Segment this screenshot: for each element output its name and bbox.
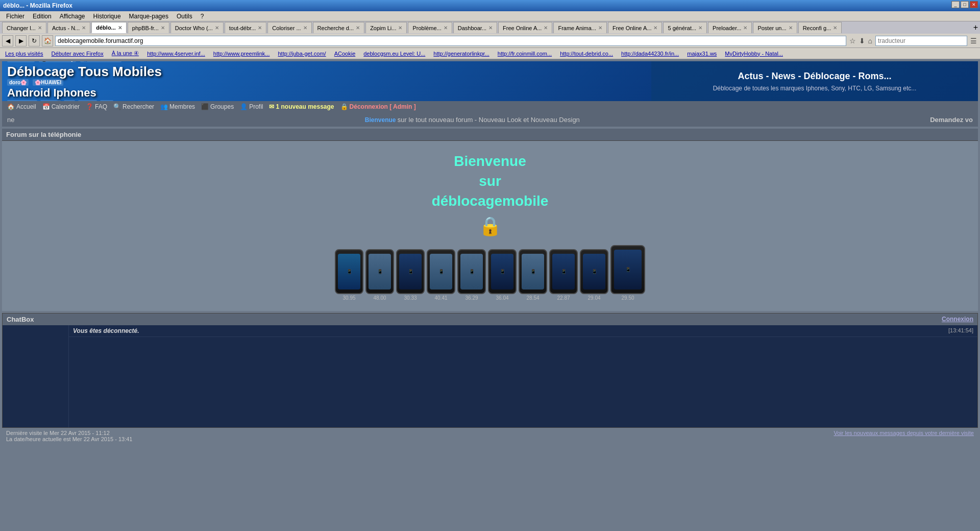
phone-num: 29.04 xyxy=(587,295,600,301)
bookmark-preemlink[interactable]: http://www.preemlink... xyxy=(210,50,273,57)
nav-messages[interactable]: ✉ 1 nouveau message xyxy=(269,103,334,110)
tab-actus[interactable]: Actus - N...✕ xyxy=(47,22,90,33)
tab-doctorwho[interactable]: Doctor Who (...✕ xyxy=(170,22,224,33)
banner-right: Actus - News - Déblocage - Roms... Déblo… xyxy=(651,61,978,101)
menu-marquepages[interactable]: Marque-pages xyxy=(125,13,173,20)
url-input[interactable] xyxy=(55,36,846,46)
welcome-line2: sur xyxy=(432,171,549,191)
tab-probleme[interactable]: Problème...✕ xyxy=(408,22,452,33)
menu-icon[interactable]: ☰ xyxy=(969,37,978,45)
nav-groupes[interactable]: ⬛ Groupes xyxy=(201,103,234,110)
banner-left: ALCATEL 📱BlackBerry 🔵 MOTOROLA Déblocage… xyxy=(2,61,651,101)
logo-blackberry: 📱BlackBerry xyxy=(39,61,76,62)
banner-right-title: Actus - News - Déblocage - Roms... xyxy=(738,71,891,82)
nav-rechercher[interactable]: 🔍 Rechercher xyxy=(113,103,154,110)
footer-right-link[interactable]: Voir les nouveaux messages depuis votre … xyxy=(834,430,974,442)
phone-image: 📱 xyxy=(580,249,608,294)
chatbox-input[interactable] xyxy=(71,339,975,425)
logo-lg: LG xyxy=(64,100,75,101)
nav-deconnexion[interactable]: 🔒 Déconnexion [ Admin ] xyxy=(340,103,416,110)
tab-reconfig[interactable]: Reconfi g...✕ xyxy=(798,22,842,33)
footer-currentdate: La date/heure actuelle est Mer 22 Avr 20… xyxy=(6,436,132,442)
bookmark-acookie[interactable]: ACookie xyxy=(331,50,359,57)
bookmark-mydirtyhobby[interactable]: MyDirtyHobby - Natal... xyxy=(722,50,786,57)
tab-posterun[interactable]: Poster un...✕ xyxy=(753,22,797,33)
download-icon[interactable]: ⬇ xyxy=(858,37,866,45)
phone-screen: 📱 xyxy=(552,254,575,289)
welcome-right: Demandez vo xyxy=(930,116,973,124)
tab-5generat[interactable]: 5 générat...✕ xyxy=(663,22,707,33)
phone-image: 📱 xyxy=(549,249,578,294)
phone-image: 📱 xyxy=(488,249,517,294)
chatbox-title: ChatBox xyxy=(7,316,34,323)
bookmark-star-icon[interactable]: ☆ xyxy=(848,37,857,45)
logo-motorola: 🔵 MOTOROLA xyxy=(80,61,121,62)
home-button[interactable]: 🏠 xyxy=(42,35,53,46)
phone-num: 30.95 xyxy=(342,295,355,301)
forward-button[interactable]: ▶ xyxy=(15,35,27,46)
chatbox-sidebar xyxy=(3,325,69,427)
chatbox-message-row: Vous êtes déconnecté. [13:41:54] xyxy=(69,325,977,337)
site-header: ALCATEL 📱BlackBerry 🔵 MOTOROLA Déblocage… xyxy=(2,61,978,101)
bookmark-dada[interactable]: http://dada44230.fr/in... xyxy=(618,50,682,57)
address-bar: ◀ ▶ ↻ 🏠 ☆ ⬇ ⌂ ☰ xyxy=(0,34,980,48)
bookmark-toutdebrid[interactable]: http://tout-debrid.co... xyxy=(557,50,616,57)
phone-num: 40.41 xyxy=(434,295,447,301)
tab-recherche[interactable]: Recherche d...✕ xyxy=(313,22,365,33)
tab-changer[interactable]: Changer l...✕ xyxy=(2,22,46,33)
bookmark-4server[interactable]: http://www.4server.inf... xyxy=(144,50,208,57)
menu-historique[interactable]: Historique xyxy=(89,13,125,20)
bookmark-coinmill[interactable]: http://fr.coinmill.com... xyxy=(495,50,555,57)
phone-num: 30.33 xyxy=(404,295,416,301)
search-input[interactable] xyxy=(875,36,967,46)
close-button[interactable]: ✕ xyxy=(970,1,978,8)
nav-calendrier[interactable]: 📅 Calendrier xyxy=(42,103,80,110)
menu-bar: Fichier Edition Affichage Historique Mar… xyxy=(0,11,980,21)
chatbox-input-area[interactable] xyxy=(69,337,977,427)
tab-phpbb[interactable]: phpBB-fr...✕ xyxy=(128,22,169,33)
window-controls[interactable]: _ □ ✕ xyxy=(951,1,978,8)
tab-dashboard[interactable]: Dashboar...✕ xyxy=(453,22,497,33)
chatbox-connexion-link[interactable]: Connexion xyxy=(942,316,973,323)
phone-item: 📱 30.95 xyxy=(335,249,363,301)
window-title: déblo... - Mozilla Firefox xyxy=(3,2,72,9)
phone-screen: 📱 xyxy=(460,254,483,289)
reload-button[interactable]: ↻ xyxy=(29,35,40,46)
tab-deblo[interactable]: déblo...✕ xyxy=(91,22,127,33)
menu-help[interactable]: ? xyxy=(197,13,208,20)
bookmark-firefox[interactable]: Débuter avec Firefox xyxy=(48,50,107,57)
tab-freeonline1[interactable]: Free Online A...✕ xyxy=(498,22,552,33)
nav-profil[interactable]: 👤 Profil xyxy=(240,103,263,110)
nav-membres[interactable]: 👥 Membres xyxy=(160,103,195,110)
nav-accueil[interactable]: 🏠 Accueil xyxy=(7,103,36,110)
tab-toutdebr[interactable]: tout-débr...✕ xyxy=(225,22,267,33)
menu-fichier[interactable]: Fichier xyxy=(2,13,29,20)
nav-faq[interactable]: ❓ FAQ xyxy=(86,103,107,110)
bookmark-juba[interactable]: http://juba-get.com/ xyxy=(275,50,329,57)
tab-freeonline2[interactable]: Free Online A...✕ xyxy=(608,22,662,33)
bookmark-majax[interactable]: majax31.ws xyxy=(684,50,720,57)
chatbox-main: Vous êtes déconnecté. [13:41:54] xyxy=(69,325,977,427)
maximize-button[interactable]: □ xyxy=(961,1,969,8)
welcome-center-suffix: sur le tout nouveau forum - Nouveau Look… xyxy=(398,116,580,124)
back-button[interactable]: ◀ xyxy=(2,35,13,46)
phones-row: 📱 30.95 📱 48.00 📱 30.33 xyxy=(335,245,645,301)
tab-coloriser[interactable]: Coloriser ...✕ xyxy=(267,22,311,33)
menu-edition[interactable]: Edition xyxy=(29,13,56,20)
phone-image: 📱 xyxy=(427,249,455,294)
tab-zopim[interactable]: Zopim Li...✕ xyxy=(365,22,407,33)
minimize-button[interactable]: _ xyxy=(951,1,960,8)
home-icon[interactable]: ⌂ xyxy=(867,37,873,45)
bookmark-generatorlink[interactable]: http://generatorlinkpr... xyxy=(430,50,492,57)
tab-preloader[interactable]: Preloader...✕ xyxy=(708,22,752,33)
chatbox-wrapper: ChatBox Connexion Vous êtes déconnecté. … xyxy=(2,313,978,428)
menu-affichage[interactable]: Affichage xyxy=(56,13,89,20)
bookmark-deblocgsm[interactable]: deblocgsm.eu Level: U... xyxy=(360,50,428,57)
bookmark-alaune[interactable]: À la une ④ xyxy=(109,50,142,57)
new-tab-button[interactable]: + xyxy=(973,23,978,32)
chatbox-message: Vous êtes déconnecté. xyxy=(73,327,139,334)
bookmark-mostvisited[interactable]: Les plus visités xyxy=(2,50,46,57)
menu-outils[interactable]: Outils xyxy=(173,13,197,20)
title-bar: déblo... - Mozilla Firefox _ □ ✕ xyxy=(0,0,980,11)
tab-frameanima[interactable]: Frame Anima...✕ xyxy=(553,22,607,33)
